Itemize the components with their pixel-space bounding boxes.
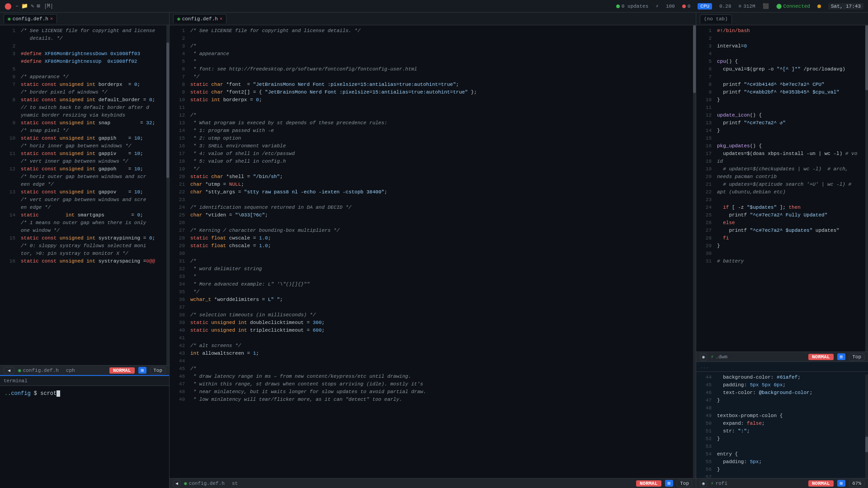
code-line: 46 text-color: @background-color;	[696, 389, 868, 397]
right-scroll[interactable]	[865, 25, 868, 352]
code-line: 39static unsigned int doubleclicktimeout…	[170, 319, 696, 327]
code-line: 7	[696, 73, 868, 81]
code-line: 46 * draw latency range in ms – from new…	[170, 373, 696, 380]
mid-scroll[interactable]	[693, 25, 696, 478]
tag-icon[interactable]: ⊞	[37, 3, 40, 9]
code-line: 19 */	[170, 165, 696, 173]
right-tab-bar: (no tab)	[696, 13, 868, 25]
left-code-area[interactable]: 1/* See LICENSE file for copyright and l…	[0, 25, 169, 365]
code-line: 40static unsigned int tripleclicktimeout…	[170, 327, 696, 334]
code-line: een edge */	[0, 181, 169, 188]
topbar-icons: – 📁 ✎ ⊞	[15, 3, 40, 9]
code-line: 43int allowaltscreen = 1;	[170, 350, 696, 357]
code-line: one window */	[0, 227, 169, 235]
code-line: 12/*	[170, 112, 696, 119]
code-line: 15static const unsigned int systraypinni…	[0, 235, 169, 242]
mem-item: ≡ 312M	[739, 4, 755, 9]
code-line: 20static char *shell = "/bin/sh";	[170, 173, 696, 181]
code-line: 21char *utmp = NULL;	[170, 181, 696, 188]
mid-status-file: ◉ config.def.h	[184, 480, 225, 486]
code-line: 25 printf "^c#7ec7a2^ Fully Updated"	[696, 211, 868, 219]
left-tab-bar: ◉ config.def.h ×	[0, 13, 169, 25]
left-tab-config[interactable]: ◉ config.def.h ×	[4, 14, 57, 23]
code-line: 10static int borderpx = 0;	[170, 96, 696, 104]
left-status-bar: ◀ ◉ config.def.h cph NORMAL ⊞ Top	[0, 365, 169, 375]
right-code-area[interactable]: 1#!/bin/bash 2 3interval=0 4 5cpu() { 6 …	[696, 25, 868, 352]
panel-right-top: (no tab) 1#!/bin/bash 2 3interval=0 4 5c…	[696, 13, 868, 361]
terminal-content[interactable]: ..config $ scrot	[0, 386, 169, 488]
yellow-dot	[817, 5, 821, 8]
file-icon: ◉	[8, 16, 11, 22]
code-line: 17 * 4: value of shell in /etc/passwd	[170, 150, 696, 158]
left-mode-badge: NORMAL	[109, 367, 135, 374]
code-line: 6 * font: see http://freedesktop.org/sof…	[170, 66, 696, 73]
code-line: 51 str: ":";	[696, 427, 868, 435]
code-line: details. */	[0, 35, 169, 42]
code-line: ynamic border resizing via keybinds	[0, 112, 169, 119]
mid-code-area[interactable]: 1/* See LICENSE file for copyright and l…	[170, 25, 696, 478]
code-line: 8static const unsigned int default_borde…	[0, 96, 169, 104]
right-bottom-code-area[interactable]: 44 background-color: #61afef; 45 padding…	[696, 372, 868, 478]
code-line: 9static const unsigned int snap = 32;	[0, 119, 169, 127]
mid-scroll-thumb	[693, 25, 696, 93]
code-line: 24 if [ -z "$updates" ]; then	[696, 204, 868, 211]
code-line: 50 expand: false;	[696, 420, 868, 427]
close-icon[interactable]: ⬤	[5, 2, 12, 10]
cursor	[57, 390, 60, 397]
edit-icon[interactable]: ✎	[31, 3, 34, 9]
code-line: 2	[170, 35, 696, 42]
mid-tab-config[interactable]: ◉ config.def.h ×	[173, 14, 226, 23]
code-line: 14 * 1: program passed with -e	[170, 127, 696, 135]
code-line: 8 printf "^c#3b414d^ ^b#7ec7a2^ CPU"	[696, 81, 868, 89]
topbar-left: ⬤ – 📁 ✎ ⊞ |M|	[5, 2, 53, 10]
folder-icon[interactable]: 📁	[21, 3, 28, 9]
code-line: /* border pixel of windows */	[0, 89, 169, 96]
code-line: 13 * What program is execed by st depend…	[170, 119, 696, 127]
panel-left-top: ◉ config.def.h × 1/* See LICENSE file fo…	[0, 13, 169, 375]
code-line: 26 else	[696, 219, 868, 227]
left-scroll[interactable]	[166, 25, 169, 365]
code-line: 28 fi	[696, 235, 868, 242]
topbar-title: |M|	[44, 3, 54, 9]
right-top-status-right: NORMAL ⊞ Top	[808, 353, 864, 361]
code-line: 11	[696, 104, 868, 112]
code-line: /* vert outer gap between windows and sc…	[0, 196, 169, 204]
terminal-tab-label: terminal	[4, 378, 28, 384]
right-tab[interactable]: (no tab)	[700, 14, 732, 23]
code-line: /* vert inner gap between windows */	[0, 158, 169, 165]
code-line: 48	[696, 404, 868, 412]
mid-tab-close[interactable]: ×	[220, 16, 223, 22]
code-line: 11	[170, 104, 696, 112]
code-line: 33 *	[170, 273, 696, 281]
code-line: 13static const unsigned int gappov = 10;	[0, 188, 169, 196]
code-line: 15 * 2: utmp option	[170, 135, 696, 142]
panel-mid: ◉ config.def.h × 1/* See LICENSE file fo…	[170, 13, 696, 488]
code-line: /* 0: sloppy systray follows selected mo…	[0, 242, 169, 250]
mid-branch-label: st	[232, 481, 238, 486]
left-branch-badge: ⊞	[138, 367, 147, 374]
code-line: 49textbox-prompt-colon {	[696, 412, 868, 420]
code-line: 10static const unsigned int gappih = 10;	[0, 135, 169, 142]
code-line: 9static char *font2[] = { "JetBrainsMono…	[170, 89, 696, 96]
code-line: 8static char *font = "JetBrainsMono Nerd…	[170, 81, 696, 89]
code-line: en edge */	[0, 204, 169, 211]
code-line: 10}	[696, 96, 868, 104]
terminal-panel: terminal ..config $ scrot	[0, 375, 169, 488]
right-top-pos-badge: Top	[849, 353, 864, 361]
code-line: 4 * appearance	[170, 50, 696, 58]
minimize-icon[interactable]: –	[15, 3, 19, 9]
code-line: 42/* alt screens */	[170, 342, 696, 350]
topbar: ⬤ – 📁 ✎ ⊞ |M| 0 updates ⚡ 100 0 CPU 0.28…	[0, 0, 868, 13]
right-top-file-icon: ⚡	[711, 354, 714, 360]
left-status-right: NORMAL ⊞ Top	[109, 367, 165, 374]
right-bottom-scroll[interactable]	[865, 375, 868, 478]
mid-branch-badge: ⊞	[665, 480, 674, 487]
right-bottom-circle: ◉	[700, 480, 707, 487]
code-line: 41	[170, 334, 696, 342]
code-line: 44 background-color: #61afef;	[696, 374, 868, 381]
file-icon-status: ◉	[18, 367, 21, 373]
updates-label: 0 updates	[622, 4, 648, 9]
code-line: 22char *stty_args = "stty raw pass8 nl -…	[170, 188, 696, 196]
left-tab-close[interactable]: ×	[50, 16, 53, 22]
right-bottom-pos-badge: 67%	[849, 480, 864, 487]
